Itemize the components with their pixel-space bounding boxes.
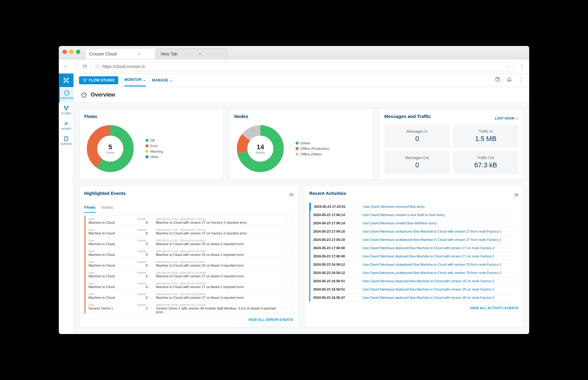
- activity-row[interactable]: 2024-05-23 16:56:51User David Nienhaus d…: [309, 285, 518, 294]
- legend-item: Warning: [145, 150, 163, 153]
- event-row[interactable]: FlowMachine to Cloud Events6 2024-05-16 …: [85, 269, 293, 280]
- activity-time: 2024-05-23 17:04:10: [313, 230, 356, 233]
- event-row[interactable]: FlowMachine to Cloud Events5 2024-05-16 …: [85, 291, 293, 302]
- activity-row[interactable]: 2024-05-23 17:06:14User David Nienhaus c…: [309, 219, 518, 227]
- legend-label: Warning: [150, 150, 163, 153]
- metric-label: Messages Out: [389, 156, 445, 160]
- tab-nodes[interactable]: Nodes: [102, 203, 113, 213]
- legend-item: OK: [145, 139, 163, 142]
- refresh-icon[interactable]: ⟳: [289, 192, 293, 198]
- event-row[interactable]: FlowMachine to Cloud Events6 2024-05-16 …: [85, 280, 293, 291]
- event-flow-name: Machine to Cloud: [89, 253, 138, 256]
- activities-list[interactable]: 2024-05-23 17:23:01User David Nienhaus r…: [309, 203, 518, 302]
- card-title: Highlighted Events: [84, 191, 126, 196]
- svg-point-10: [86, 78, 86, 79]
- topbar-manage[interactable]: MANAGE ⌄: [152, 74, 172, 86]
- url-text: https://cloud.crosser.io: [102, 64, 145, 69]
- event-menu-icon[interactable]: ⋮: [284, 241, 290, 245]
- page-header: Overview: [74, 87, 529, 103]
- activity-time: 2024-05-23 17:00:40: [313, 246, 356, 250]
- app-logo[interactable]: [59, 74, 74, 87]
- sidebar-item-events[interactable]: EVENTS: [59, 133, 74, 148]
- col-flow-label: Flow: [89, 260, 138, 264]
- refresh-icon[interactable]: ⟳: [514, 192, 518, 198]
- content: Flows 5 Flows: [74, 103, 529, 334]
- topbar-monitor[interactable]: MONITOR ⌄: [124, 74, 146, 86]
- event-row[interactable]: FlowMachine to Cloud Events5 2024-05-23 …: [85, 237, 293, 248]
- event-menu-icon[interactable]: ⋮: [284, 251, 290, 255]
- metric-value: 67.3 kB: [458, 161, 514, 169]
- event-menu-icon[interactable]: ⋮: [284, 294, 290, 298]
- flows-card: Flows 5 Flows: [79, 108, 224, 180]
- col-flow-label: Flow: [89, 218, 138, 221]
- activity-row[interactable]: 2024-05-23 16:56:51User David Nienhaus d…: [309, 277, 518, 285]
- help-icon[interactable]: [495, 77, 500, 84]
- card-title: Flows: [84, 114, 218, 119]
- activity-text: User David Nienhaus deployed flow Machin…: [362, 254, 495, 258]
- chevron-down-icon: ⌄: [143, 78, 146, 82]
- event-description: Machine to Cloud with version 25 on Asse…: [156, 264, 284, 267]
- node-icon: [63, 120, 69, 127]
- close-tab-icon[interactable]: ×: [138, 51, 140, 56]
- event-row[interactable]: FlowMachine to Cloud Events5 2024-05-23 …: [85, 248, 293, 259]
- minimize-window-icon[interactable]: [69, 50, 74, 54]
- reload-icon[interactable]: ⟳: [83, 63, 87, 70]
- event-description: Machine to Cloud with version 27 on Fact…: [156, 231, 284, 235]
- col-events-label: Events: [138, 239, 156, 242]
- event-menu-icon[interactable]: ⋮: [284, 273, 290, 277]
- close-tab-icon[interactable]: ×: [199, 51, 201, 56]
- tab-flows[interactable]: Flows: [84, 203, 96, 213]
- events-tabs: Flows Nodes: [84, 203, 293, 213]
- sidebar-item-flows[interactable]: FLOWS: [59, 102, 74, 118]
- activity-row[interactable]: 2024-05-23 17:06:14User David Nienhaus c…: [309, 211, 518, 219]
- activity-row[interactable]: 2024-05-23 16:59:12User David Nienhaus u…: [309, 269, 518, 277]
- event-menu-icon[interactable]: ⋮: [284, 219, 290, 223]
- maximize-window-icon[interactable]: [76, 50, 80, 54]
- event-count: 8: [138, 221, 156, 224]
- svg-point-9: [83, 78, 84, 79]
- activity-text: User David Nienhaus created a new draft …: [362, 213, 445, 217]
- sidebar-item-nodes[interactable]: NODES: [59, 118, 74, 133]
- browser-tab-active[interactable]: Crosser Cloud ×: [85, 48, 156, 59]
- topbar: FLOW STUDIO MONITOR ⌄ MANAGE ⌄ ⋮: [74, 74, 529, 87]
- more-icon[interactable]: ⋮: [518, 77, 524, 84]
- events-list[interactable]: FlowMachine to Cloud Events8 2024-05-23 …: [84, 215, 293, 314]
- url-bar[interactable]: https://cloud.crosser.io ☆: [92, 62, 514, 71]
- bookmark-icon[interactable]: ☆: [507, 63, 511, 69]
- event-menu-icon[interactable]: ⋮: [284, 262, 290, 266]
- event-range: 2024-05-16 14:01 - 2024-05-16 13:59:51: [156, 293, 284, 296]
- event-row[interactable]: FlowGeneric Demo 1 Events2 2024-04-25 10…: [85, 302, 293, 314]
- sidebar-item-overview[interactable]: OVERVIEW: [59, 87, 74, 102]
- browser-menu-icon[interactable]: ⋮: [519, 63, 525, 70]
- event-menu-icon[interactable]: ⋮: [284, 230, 290, 234]
- close-window-icon[interactable]: [62, 50, 67, 54]
- event-flow-name: Machine to Cloud: [89, 296, 138, 299]
- activity-row[interactable]: 2024-05-23 16:55:47User David Nienhaus d…: [309, 294, 518, 302]
- svg-point-11: [85, 81, 85, 82]
- legend-item: Offline (Production): [296, 147, 330, 150]
- back-icon[interactable]: ←: [63, 63, 69, 70]
- activity-row[interactable]: 2024-05-23 17:00:40User David Nienhaus d…: [309, 252, 518, 260]
- col-flow-label: Flow: [89, 250, 138, 253]
- event-menu-icon[interactable]: ⋮: [284, 307, 290, 311]
- activity-row[interactable]: 2024-05-23 16:59:12User David Nienhaus u…: [309, 260, 518, 269]
- activity-row[interactable]: 2024-05-23 17:04:10User David Nienhaus u…: [309, 236, 518, 244]
- view-all-errors-link[interactable]: VIEW ALL ERROR EVENTS: [248, 318, 293, 321]
- bell-icon[interactable]: [507, 77, 512, 84]
- activity-row[interactable]: 2024-05-23 17:00:40User David Nienhaus d…: [309, 244, 518, 252]
- event-menu-icon[interactable]: ⋮: [284, 283, 290, 287]
- legend-dot: [145, 144, 149, 147]
- browser-tab-inactive[interactable]: New Tab ×: [157, 48, 227, 59]
- event-row[interactable]: FlowMachine to Cloud Events8 2024-05-23 …: [85, 216, 293, 226]
- sidebar-label: FLOWS: [61, 112, 71, 115]
- clipboard-icon: [63, 136, 69, 142]
- activity-row[interactable]: 2024-05-23 17:04:10User David Nienhaus u…: [309, 227, 518, 236]
- flow-studio-button[interactable]: FLOW STUDIO: [79, 76, 118, 84]
- event-row[interactable]: FlowMachine to Cloud Events8 2024-05-23 …: [85, 226, 293, 237]
- view-all-activities-link[interactable]: VIEW ALL ACTIVITY EVENTS: [470, 306, 518, 310]
- time-range-selector[interactable]: LAST HOUR ⌄: [495, 116, 518, 120]
- event-row[interactable]: FlowMachine to Cloud Events6 2024-05-23 …: [85, 259, 293, 269]
- forward-icon[interactable]: →: [73, 63, 78, 70]
- activity-row[interactable]: 2024-05-23 17:23:01User David Nienhaus r…: [309, 203, 518, 211]
- page-title: Overview: [91, 92, 115, 98]
